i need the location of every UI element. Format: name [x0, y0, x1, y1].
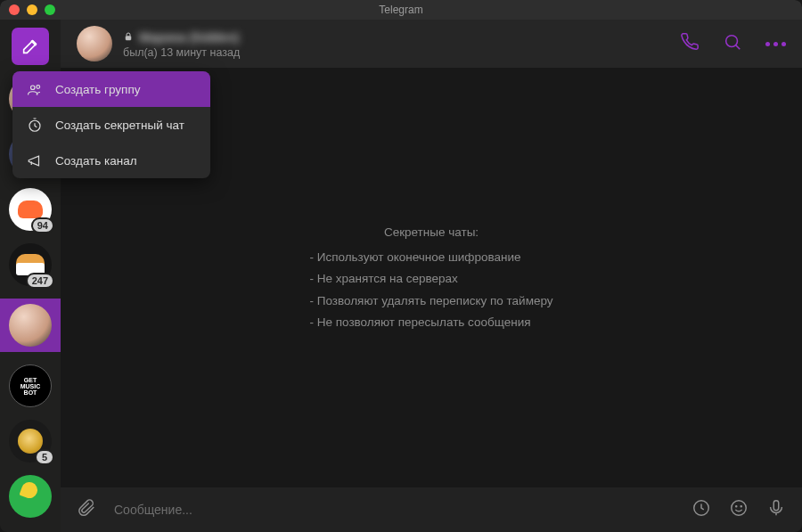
window-maximize-button[interactable]: [45, 4, 55, 15]
megaphone-icon: [27, 152, 43, 169]
svg-rect-6: [773, 501, 779, 511]
secret-chat-bullet: - Позволяют удалять переписку по таймеру: [309, 291, 552, 312]
unread-badge: 5: [35, 449, 54, 465]
avatar-text: GET MUSIC BOT: [20, 377, 41, 396]
chat-input-bar: [61, 487, 802, 532]
compose-icon: [20, 37, 40, 56]
svg-point-4: [736, 506, 737, 507]
chat-title: Марина (hidden): [139, 30, 239, 45]
microphone-icon: [766, 498, 786, 518]
secret-chat-bullet: - Не позволяют пересылать сообщения: [309, 312, 552, 333]
chat-header-actions: [680, 32, 786, 55]
message-input[interactable]: [114, 503, 674, 517]
window-titlebar: Telegram: [0, 0, 802, 20]
timer-button[interactable]: [692, 498, 711, 521]
avatar: [9, 304, 52, 347]
svg-point-5: [741, 506, 741, 507]
compose-button[interactable]: [12, 28, 49, 65]
phone-icon: [680, 32, 700, 52]
menu-item-label: Создать группу: [55, 83, 140, 96]
emoji-button[interactable]: [729, 498, 749, 521]
avatar: [9, 475, 52, 518]
compose-context-menu: Создать группу Создать секретный чат Соз…: [12, 71, 210, 178]
paperclip-icon: [77, 498, 96, 518]
menu-item-label: Создать секретный чат: [55, 119, 184, 132]
menu-item-new-secret-chat[interactable]: Создать секретный чат: [12, 107, 210, 143]
menu-item-new-group[interactable]: Создать группу: [12, 71, 210, 107]
chat-header-avatar[interactable]: [77, 26, 112, 61]
svg-point-7: [31, 86, 36, 90]
search-icon: [723, 32, 742, 52]
voice-button[interactable]: [766, 498, 786, 521]
chat-list-item[interactable]: 5: [9, 420, 52, 462]
chat-list-item[interactable]: 94: [9, 188, 52, 231]
traffic-lights: [9, 4, 55, 15]
svg-rect-0: [126, 36, 131, 40]
timer-icon: [27, 117, 43, 134]
secret-chat-bullet: - Не хранятся на серверах: [309, 268, 552, 290]
chat-header-info[interactable]: Марина (hidden) был(а) 13 минут назад: [123, 29, 669, 59]
unread-badge: 247: [26, 273, 54, 289]
window-title: Telegram: [379, 4, 422, 16]
menu-item-label: Создать канал: [55, 154, 137, 168]
group-icon: [27, 81, 43, 98]
menu-item-new-channel[interactable]: Создать канал: [12, 143, 210, 178]
call-button[interactable]: [680, 32, 700, 55]
search-button[interactable]: [723, 32, 742, 55]
svg-point-3: [732, 501, 747, 516]
smile-icon: [729, 498, 749, 518]
chat-header: Марина (hidden) был(а) 13 минут назад: [61, 20, 802, 68]
more-button[interactable]: [765, 42, 786, 46]
window-minimize-button[interactable]: [27, 4, 37, 15]
svg-point-8: [37, 85, 40, 88]
chat-status: был(а) 13 минут назад: [123, 46, 669, 59]
timer-icon: [692, 498, 711, 518]
unread-badge: 94: [31, 217, 54, 233]
chat-list-item-selected[interactable]: [0, 299, 61, 352]
attach-button[interactable]: [77, 498, 96, 521]
secret-chat-title: Секретные чаты:: [309, 222, 552, 243]
chat-list-item[interactable]: [9, 475, 52, 518]
lock-icon: [123, 29, 134, 45]
window-close-button[interactable]: [9, 4, 20, 15]
chat-list-item[interactable]: GET MUSIC BOT: [9, 364, 52, 407]
svg-point-1: [726, 36, 738, 47]
secret-chat-bullet: - Используют оконечное шифрование: [309, 247, 552, 268]
secret-chat-info: Секретные чаты: - Используют оконечное ш…: [309, 222, 552, 333]
avatar: GET MUSIC BOT: [9, 364, 52, 407]
chat-list-item[interactable]: 247: [9, 243, 52, 286]
